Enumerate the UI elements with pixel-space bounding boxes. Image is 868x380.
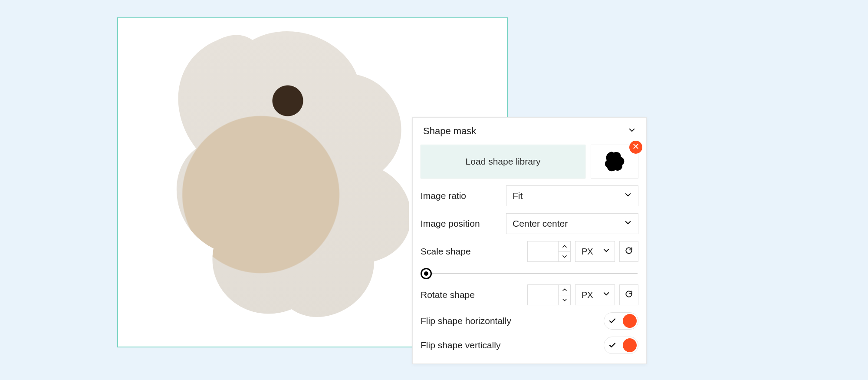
masked-image[interactable]	[140, 23, 409, 335]
rotate-step-down[interactable]	[559, 295, 570, 305]
scale-slider[interactable]	[421, 269, 638, 284]
check-icon	[608, 341, 616, 349]
scale-steppers	[558, 241, 570, 261]
scale-reset-button[interactable]	[619, 241, 638, 262]
image-ratio-label: Image ratio	[421, 191, 501, 201]
rotate-step-up[interactable]	[559, 285, 570, 295]
rotate-shape-input[interactable]	[527, 284, 571, 305]
scale-step-up[interactable]	[559, 241, 570, 252]
chevron-down-icon	[624, 218, 632, 229]
chevron-down-icon	[624, 191, 632, 201]
image-position-select[interactable]: Center center	[506, 213, 638, 234]
scale-unit-select[interactable]: PX	[575, 241, 615, 262]
scale-step-down[interactable]	[559, 252, 570, 262]
flip-horizontal-label: Flip shape horizontally	[421, 316, 598, 326]
rotate-cw-icon	[625, 290, 633, 300]
rotate-shape-label: Rotate shape	[421, 290, 522, 300]
clear-shape-button[interactable]	[629, 141, 642, 154]
flip-vertical-toggle[interactable]	[604, 337, 638, 354]
panel-header[interactable]: Shape mask	[413, 118, 646, 145]
chevron-down-icon	[628, 126, 636, 137]
scale-unit-value: PX	[582, 247, 593, 257]
image-position-value: Center center	[513, 218, 568, 229]
flip-vertical-label: Flip shape vertically	[421, 340, 598, 350]
current-shape-thumbnail[interactable]	[591, 145, 638, 178]
load-shape-library-button[interactable]: Load shape library	[421, 145, 585, 178]
toggle-knob	[623, 338, 637, 352]
scale-shape-label: Scale shape	[421, 246, 522, 257]
image-position-label: Image position	[421, 218, 501, 229]
close-icon	[632, 143, 639, 152]
rotate-steppers	[558, 285, 570, 305]
scale-shape-input[interactable]	[527, 241, 571, 262]
rotate-unit-select[interactable]: PX	[575, 284, 615, 305]
image-ratio-select[interactable]: Fit	[506, 185, 638, 206]
shape-mask-panel: Shape mask Load shape library Image	[412, 117, 647, 364]
rotate-unit-value: PX	[582, 290, 593, 300]
slider-track[interactable]	[421, 273, 638, 274]
panel-title: Shape mask	[423, 126, 476, 137]
chevron-down-icon	[602, 247, 610, 257]
load-shape-library-label: Load shape library	[466, 156, 541, 167]
toggle-knob	[623, 314, 637, 328]
chevron-down-icon	[602, 290, 610, 300]
scale-shape-value[interactable]	[528, 241, 558, 261]
blob-shape-icon	[603, 149, 626, 174]
slider-thumb[interactable]	[421, 268, 432, 279]
flip-horizontal-toggle[interactable]	[604, 312, 638, 330]
check-icon	[608, 317, 616, 325]
rotate-reset-button[interactable]	[619, 284, 638, 305]
image-ratio-value: Fit	[513, 191, 523, 201]
panel-body: Load shape library Image ratio Fit	[413, 145, 646, 363]
rotate-cw-icon	[625, 246, 633, 257]
rotate-shape-value[interactable]	[528, 285, 558, 305]
